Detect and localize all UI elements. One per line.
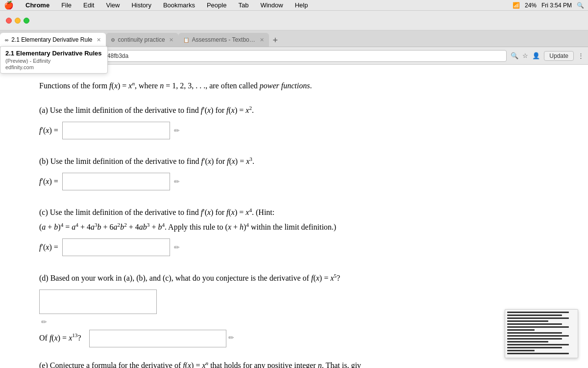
people-menu[interactable]: People (205, 1, 228, 9)
menu-bar: 🍎 Chrome File Edit View History Bookmark… (0, 0, 588, 11)
bookmark-dropdown: 2.1 Elementary Derivative Rules (Preview… (0, 46, 108, 74)
menu-dots-icon[interactable]: ⋮ (578, 52, 584, 59)
tab-close-3[interactable]: ✕ (260, 37, 264, 43)
tab-favicon-1: ∞ (5, 37, 8, 43)
maximize-button[interactable] (24, 18, 29, 24)
part-b-question: (b) Use the limit definition of the deri… (39, 155, 559, 168)
help-menu[interactable]: Help (293, 1, 310, 9)
part-d-x13-input[interactable] (89, 330, 226, 347)
content-area: Functions of the form f(x) = xn, where n… (0, 65, 588, 368)
tab-assessments[interactable]: 📋 Assessments - Textbook-spec ✕ (178, 33, 269, 47)
thumb-line-2 (507, 315, 562, 316)
bookmarks-menu[interactable]: Bookmarks (161, 1, 197, 9)
update-button[interactable]: Update (544, 51, 574, 61)
thumb-line-12 (507, 344, 569, 345)
battery-indicator: 24% (525, 2, 537, 9)
apple-menu[interactable]: 🍎 (4, 0, 14, 10)
part-d-input[interactable] (39, 289, 157, 314)
view-menu[interactable]: View (104, 1, 122, 9)
part-d-x13-label: Of f(x) = x13? ✏ (39, 330, 559, 347)
thumb-line-3 (507, 317, 569, 319)
tab-elementary-derivative[interactable]: ∞ 2.1 Elementary Derivative Rule ✕ (0, 33, 106, 47)
profile-icon[interactable]: 👤 (532, 52, 540, 59)
thumb-line-14 (507, 350, 535, 351)
thumb-line-5 (507, 323, 562, 325)
chrome-menu[interactable]: Chrome (24, 1, 51, 9)
tab-label-1: 2.1 Elementary Derivative Rule (11, 36, 92, 43)
tab-close-2[interactable]: ✕ (169, 37, 173, 43)
thumb-line-8 (507, 332, 562, 334)
window-menu[interactable]: Window (258, 1, 285, 9)
thumb-line-11 (507, 341, 548, 342)
traffic-lights (6, 18, 29, 24)
thumb-line-13 (507, 347, 562, 348)
bookmark-title: 2.1 Elementary Derivative Rules (5, 50, 102, 57)
part-b-input[interactable] (62, 173, 170, 190)
part-e-section: (e) Conjecture a formula for the derivat… (39, 359, 559, 368)
part-d-x13-pencil-icon[interactable]: ✏ (228, 334, 234, 342)
part-d-section: (d) Based on your work in (a), (b), and … (39, 272, 559, 347)
part-a-pencil-icon[interactable]: ✏ (174, 127, 180, 134)
spotlight-icon[interactable]: 🔍 (577, 2, 584, 9)
part-e-question: (e) Conjecture a formula for the derivat… (39, 359, 559, 368)
part-b-section: (b) Use the limit definition of the deri… (39, 155, 559, 194)
part-d-pencil-icon[interactable]: ✏ (41, 318, 157, 326)
bookmark-star-icon[interactable]: ☆ (522, 52, 528, 59)
title-bar (0, 11, 588, 30)
part-c-input[interactable] (62, 238, 170, 256)
bookmark-subtitle: (Preview) - Edfinity (5, 58, 102, 64)
tab-favicon-2: ⚙ (111, 37, 115, 43)
tab-bar: ∞ 2.1 Elementary Derivative Rule ✕ ⚙ con… (0, 30, 588, 47)
tab-menu[interactable]: Tab (236, 1, 250, 9)
tab-close-1[interactable]: ✕ (97, 37, 101, 43)
part-c-question: (c) Use the limit definition of the deri… (39, 206, 559, 219)
part-c-label: f′(x) = (39, 243, 58, 252)
file-menu[interactable]: File (59, 1, 74, 9)
thumb-line-10 (507, 338, 562, 340)
part-b-label: f′(x) = (39, 177, 58, 186)
part-a-answer-box: f′(x) = ✏ (39, 122, 180, 139)
part-b-answer-box: f′(x) = ✏ (39, 173, 180, 190)
intro-text: Functions of the form f(x) = xn, where n… (39, 79, 559, 92)
part-b-pencil-icon[interactable]: ✏ (174, 178, 180, 185)
part-c-pencil-icon[interactable]: ✏ (174, 243, 180, 251)
edit-menu[interactable]: Edit (81, 1, 96, 9)
new-tab-button[interactable]: + (269, 35, 282, 46)
thumbnail-overlay (505, 309, 578, 358)
close-button[interactable] (6, 18, 12, 24)
thumb-line-1 (507, 312, 569, 313)
menubar-right: 📶 24% Fri 3:54 PM 🔍 (513, 2, 584, 9)
part-d-question: (d) Based on your work in (a), (b), and … (39, 272, 559, 285)
part-a-input[interactable] (62, 122, 170, 139)
browser-window: ∞ 2.1 Elementary Derivative Rule ✕ ⚙ con… (0, 11, 588, 368)
part-a-section: (a) Use the limit definition of the deri… (39, 104, 559, 143)
clock: Fri 3:54 PM (541, 2, 572, 9)
thumb-line-4 (507, 320, 548, 322)
history-menu[interactable]: History (129, 1, 153, 9)
thumb-line-6 (507, 326, 569, 328)
thumb-line-7 (507, 329, 535, 331)
thumb-line-9 (507, 335, 569, 337)
wifi-icon: 📶 (513, 2, 520, 9)
intro-section: Functions of the form f(x) = xn, where n… (39, 79, 559, 92)
part-c-hint: (a + b)4 = a4 + 4a3b + 6a2b2 + 4ab3 + b4… (39, 221, 559, 234)
tab-continuity-practice[interactable]: ⚙ continuity practice ✕ (106, 33, 178, 47)
part-a-question: (a) Use the limit definition of the deri… (39, 104, 559, 117)
minimize-button[interactable] (15, 18, 21, 24)
tab-favicon-3: 📋 (183, 37, 189, 43)
part-a-label: f′(x) = (39, 126, 58, 135)
part-c-answer-box: f′(x) = ✏ (39, 238, 180, 256)
part-c-section: (c) Use the limit definition of the deri… (39, 206, 559, 260)
bookmark-url: edfinity.com (5, 64, 102, 70)
tab-label-2: continuity practice (118, 36, 165, 43)
search-icon[interactable]: 🔍 (511, 52, 518, 59)
thumbnail-content (505, 310, 578, 358)
tab-label-3: Assessments - Textbook-spec (192, 36, 256, 43)
thumb-line-15 (507, 353, 569, 354)
